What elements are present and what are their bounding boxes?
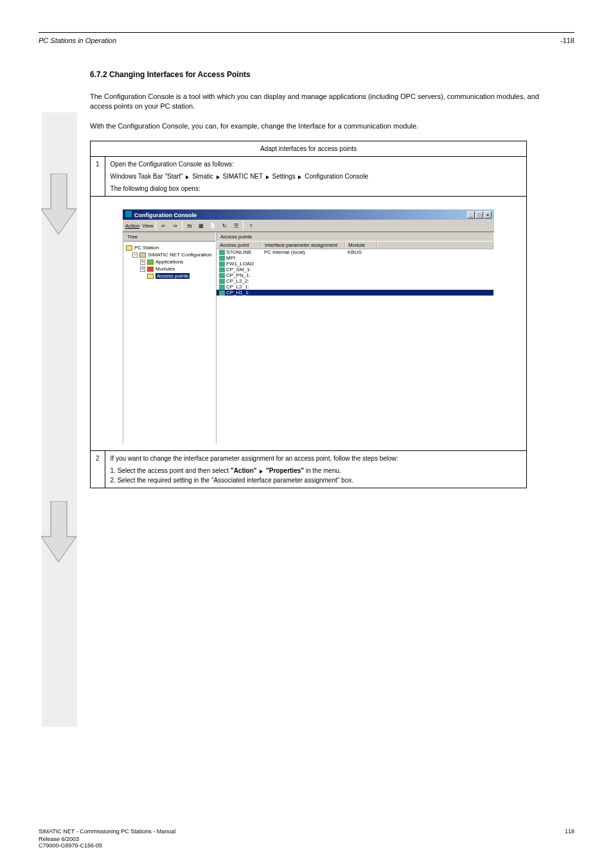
menu-instruction: in the menu. bbox=[306, 467, 341, 474]
config-console-window: Configuration Console _ □ × Action View … bbox=[123, 209, 494, 444]
arrow-icon bbox=[41, 173, 76, 236]
page-footer: SIMATIC NET - Commissioning PC Stations … bbox=[39, 828, 574, 849]
tree-item-applications[interactable]: +Applications bbox=[126, 258, 213, 265]
minimize-button[interactable]: _ bbox=[467, 211, 475, 218]
column-header-module[interactable]: Module bbox=[345, 241, 377, 249]
help-button[interactable]: ? bbox=[246, 221, 255, 230]
list-row-selected[interactable]: CP_H1_1: bbox=[217, 290, 493, 296]
expand-icon[interactable]: + bbox=[140, 260, 145, 265]
menu-view[interactable]: View bbox=[142, 223, 153, 229]
up-button[interactable]: 🗀 bbox=[185, 221, 194, 230]
access-point-icon bbox=[219, 256, 225, 261]
folder-icon bbox=[147, 274, 154, 279]
page-number: 118 bbox=[565, 828, 574, 835]
list-title: Access points bbox=[217, 233, 493, 241]
list-row[interactable]: S7ONLINEPC internal (local)KBUS bbox=[217, 249, 493, 255]
chevron-right-icon bbox=[266, 175, 269, 179]
computer-icon bbox=[139, 252, 146, 258]
window-title: Configuration Console bbox=[134, 212, 197, 218]
nav-back-button[interactable]: ⇐ bbox=[159, 221, 168, 230]
step-description: If you want to change the interface para… bbox=[105, 451, 526, 488]
access-point-icon bbox=[219, 250, 225, 255]
column-header-access-point[interactable]: Access point bbox=[217, 241, 262, 249]
step1-outro: The following dialog box opens: bbox=[111, 185, 521, 192]
properties-button[interactable]: 📄 bbox=[208, 221, 217, 230]
intro-paragraph-2: With the Configuration Console, you can,… bbox=[90, 121, 549, 131]
menu-path-segment: Windows Task Bar "Start" bbox=[111, 173, 183, 180]
menu-path-segment: SIMATIC NET bbox=[223, 173, 263, 180]
access-point-icon bbox=[219, 273, 225, 278]
menu-path-segment: Settings bbox=[272, 173, 296, 180]
export-button[interactable]: ☰ bbox=[231, 221, 240, 230]
refresh-button[interactable]: ↻ bbox=[220, 221, 229, 230]
folder-icon bbox=[147, 267, 154, 272]
arrow-icon bbox=[41, 501, 76, 563]
tree-tab[interactable]: Tree bbox=[123, 233, 215, 242]
tb-button[interactable]: ▦ bbox=[197, 221, 206, 230]
menu-path-segment: Configuration Console bbox=[305, 173, 368, 180]
chevron-right-icon bbox=[298, 175, 301, 179]
list-row[interactable]: FW1_LOAD bbox=[217, 261, 493, 267]
chevron-right-icon bbox=[186, 175, 189, 179]
step2-intro: If you want to change the interface para… bbox=[111, 455, 521, 462]
tree-item-access-points[interactable]: Access points bbox=[126, 272, 213, 279]
folder-icon bbox=[147, 260, 154, 265]
access-point-icon bbox=[219, 267, 225, 272]
nav-forward-button[interactable]: ⇒ bbox=[170, 221, 179, 230]
header-left: PC Stations in Operation bbox=[39, 37, 116, 44]
menu-name: "Action" bbox=[231, 467, 257, 474]
header-right: -118 bbox=[560, 37, 574, 44]
list-pane: Access points Access point Interface par… bbox=[216, 232, 494, 444]
window-toolbar: Action View ⇐ ⇒ 🗀 ▦ 📄 ↻ ☰ ? bbox=[123, 220, 494, 232]
list-row[interactable]: CP_L2_1: bbox=[217, 284, 493, 290]
tree-item-root[interactable]: PC Station bbox=[126, 244, 213, 251]
tree-item-modules[interactable]: +Modules bbox=[126, 265, 213, 272]
access-point-icon bbox=[219, 285, 225, 290]
list-row[interactable]: CP_PN_1: bbox=[217, 272, 493, 278]
intro-paragraph-1: The Configuration Console is a tool with… bbox=[90, 92, 549, 112]
menu-action[interactable]: Action bbox=[125, 223, 139, 229]
menu-name: "Properties" bbox=[266, 467, 304, 474]
collapse-icon[interactable]: − bbox=[132, 252, 138, 258]
step-number: 1 bbox=[91, 157, 105, 197]
access-point-icon bbox=[219, 290, 225, 296]
table-header: Adapt interfaces for access points bbox=[91, 141, 527, 157]
step-description: Open the Configuration Console as follow… bbox=[105, 157, 526, 197]
step-number: 2 bbox=[91, 451, 105, 488]
app-icon bbox=[125, 211, 132, 217]
list-row[interactable]: MPI bbox=[217, 255, 493, 261]
chevron-right-icon bbox=[260, 470, 263, 474]
expand-icon[interactable]: + bbox=[140, 267, 145, 272]
list-row[interactable]: CP_L2_2: bbox=[217, 278, 493, 284]
tree-pane: Tree PC Station −SIMATIC NET Configurati… bbox=[123, 232, 216, 444]
column-header-spacer bbox=[377, 241, 493, 249]
folder-icon bbox=[126, 245, 132, 251]
step2-sub2: 2. Select the required setting in the "A… bbox=[111, 477, 521, 484]
step1-intro: Open the Configuration Console as follow… bbox=[111, 161, 521, 168]
window-titlebar[interactable]: Configuration Console _ □ × bbox=[123, 209, 494, 220]
steps-table: Adapt interfaces for access points 1 Ope… bbox=[90, 141, 527, 488]
chevron-right-icon bbox=[217, 175, 220, 179]
section-title: 6.7.2 Changing Interfaces for Access Poi… bbox=[90, 70, 574, 79]
close-button[interactable]: × bbox=[484, 211, 492, 218]
tree-item-simatic[interactable]: −SIMATIC NET Configuration bbox=[126, 251, 213, 258]
column-header-ipa[interactable]: Interface parameter assignment bbox=[262, 241, 345, 249]
menu-path-segment: Simatic bbox=[192, 173, 213, 180]
menu-instruction: 1. Select the access point and then sele… bbox=[111, 467, 231, 474]
access-point-icon bbox=[219, 261, 225, 267]
maximize-button[interactable]: □ bbox=[475, 211, 483, 218]
access-point-icon bbox=[219, 279, 225, 284]
list-row[interactable]: CP_SM_1: bbox=[217, 267, 493, 272]
